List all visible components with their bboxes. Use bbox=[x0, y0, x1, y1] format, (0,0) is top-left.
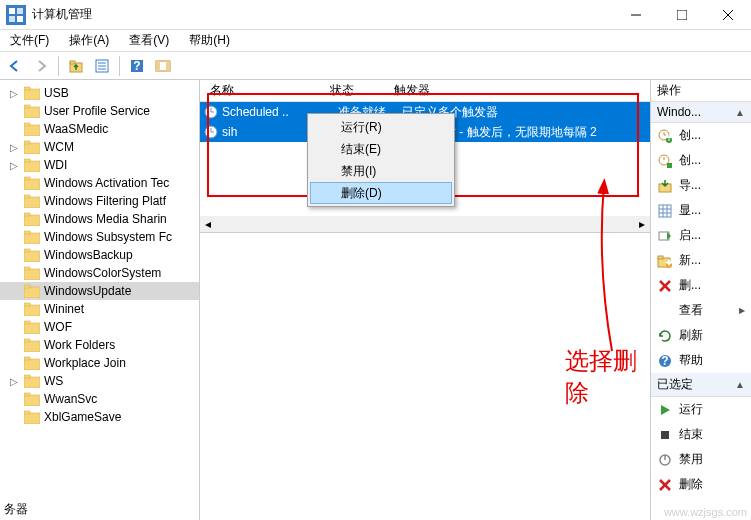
action-item[interactable]: 查看▶ bbox=[651, 298, 751, 323]
tree-item[interactable]: User Profile Service bbox=[0, 102, 199, 120]
folder-icon bbox=[24, 410, 40, 424]
actions-section-header[interactable]: Windo... ▲ bbox=[651, 102, 751, 123]
svg-rect-73 bbox=[659, 205, 671, 217]
tree-item-label: Workplace Join bbox=[44, 356, 126, 370]
svg-rect-57 bbox=[24, 411, 30, 414]
tree-item[interactable]: WindowsBackup bbox=[0, 246, 199, 264]
context-menu-delete[interactable]: 删除(D) bbox=[310, 182, 452, 204]
properties-button[interactable] bbox=[91, 55, 113, 77]
action-item[interactable]: 禁用 bbox=[651, 447, 751, 472]
tree-item-label: WwanSvc bbox=[44, 392, 97, 406]
tree-item-label: Work Folders bbox=[44, 338, 115, 352]
minimize-button[interactable] bbox=[613, 0, 659, 30]
expand-icon[interactable]: ▷ bbox=[8, 142, 20, 153]
up-button[interactable] bbox=[65, 55, 87, 77]
maximize-button[interactable] bbox=[659, 0, 705, 30]
tree-item[interactable]: WwanSvc bbox=[0, 390, 199, 408]
column-status[interactable]: 状态 bbox=[324, 82, 388, 99]
svg-rect-3 bbox=[9, 16, 15, 22]
svg-rect-41 bbox=[24, 267, 30, 270]
tree-item[interactable]: Work Folders bbox=[0, 336, 199, 354]
tree-item[interactable]: Windows Activation Tec bbox=[0, 174, 199, 192]
action-item[interactable]: 创... bbox=[651, 148, 751, 173]
action-item[interactable]: 删除 bbox=[651, 472, 751, 497]
folder-icon bbox=[24, 194, 40, 208]
action-item[interactable]: 启... bbox=[651, 223, 751, 248]
tree-item[interactable]: Workplace Join bbox=[0, 354, 199, 372]
tree-item-label: XblGameSave bbox=[44, 410, 121, 424]
action-item[interactable]: ?帮助 bbox=[651, 348, 751, 373]
tree-item[interactable]: WaaSMedic bbox=[0, 120, 199, 138]
menu-action[interactable]: 操作(A) bbox=[65, 30, 113, 51]
action-item-label: 查看 bbox=[679, 302, 703, 319]
clock-icon bbox=[204, 105, 218, 119]
action-item[interactable]: +创... bbox=[651, 123, 751, 148]
tree-item[interactable]: Windows Media Sharin bbox=[0, 210, 199, 228]
svg-rect-49 bbox=[24, 339, 30, 342]
folder-icon bbox=[24, 374, 40, 388]
context-menu: 运行(R) 结束(E) 禁用(I) 删除(D) bbox=[307, 113, 455, 207]
folder-icon bbox=[24, 212, 40, 226]
forward-button[interactable] bbox=[30, 55, 52, 77]
tree-item[interactable]: WOF bbox=[0, 318, 199, 336]
tree-item[interactable]: XblGameSave bbox=[0, 408, 199, 426]
expand-icon[interactable]: ▷ bbox=[8, 376, 20, 387]
folder-tree[interactable]: ▷USBUser Profile ServiceWaaSMedic▷WCM▷WD… bbox=[0, 80, 200, 520]
folder-icon bbox=[24, 266, 40, 280]
tree-item[interactable]: WindowsColorSystem bbox=[0, 264, 199, 282]
folder-icon bbox=[24, 122, 40, 136]
action-item[interactable]: 结束 bbox=[651, 422, 751, 447]
svg-rect-23 bbox=[24, 105, 30, 108]
expand-icon[interactable]: ▷ bbox=[8, 88, 20, 99]
tree-item[interactable]: Wininet bbox=[0, 300, 199, 318]
toolbar-separator bbox=[119, 56, 120, 76]
svg-rect-18 bbox=[156, 61, 160, 71]
close-button[interactable] bbox=[705, 0, 751, 30]
action-item[interactable]: 导... bbox=[651, 173, 751, 198]
folder-icon bbox=[24, 230, 40, 244]
action-item[interactable]: 刷新 bbox=[651, 323, 751, 348]
import-icon bbox=[657, 178, 673, 194]
tree-item-label: WindowsBackup bbox=[44, 248, 133, 262]
action-item[interactable]: 删... bbox=[651, 273, 751, 298]
help-button[interactable]: ? bbox=[126, 55, 148, 77]
column-name[interactable]: 名称 bbox=[204, 82, 324, 99]
back-button[interactable] bbox=[4, 55, 26, 77]
expand-icon[interactable]: ▷ bbox=[8, 160, 20, 171]
folder-icon bbox=[24, 320, 40, 334]
menu-help[interactable]: 帮助(H) bbox=[185, 30, 234, 51]
svg-rect-55 bbox=[24, 393, 30, 396]
folder-icon bbox=[24, 284, 40, 298]
scroll-left-icon[interactable]: ◂ bbox=[200, 216, 216, 232]
menu-view[interactable]: 查看(V) bbox=[125, 30, 173, 51]
folder-icon bbox=[24, 356, 40, 370]
context-menu-disable[interactable]: 禁用(I) bbox=[310, 160, 452, 182]
tree-item[interactable]: ▷WCM bbox=[0, 138, 199, 156]
pane-button[interactable] bbox=[152, 55, 174, 77]
folder-icon bbox=[24, 302, 40, 316]
folder-icon bbox=[24, 248, 40, 262]
actions-section-header[interactable]: 已选定 ▲ bbox=[651, 373, 751, 397]
action-item-label: 运行 bbox=[679, 401, 703, 418]
action-item[interactable]: 显... bbox=[651, 198, 751, 223]
tree-item[interactable]: ▷WDI bbox=[0, 156, 199, 174]
column-trigger[interactable]: 触发器 bbox=[388, 82, 650, 99]
scroll-track[interactable] bbox=[216, 216, 634, 232]
action-item[interactable]: 运行 bbox=[651, 397, 751, 422]
action-item-label: 删... bbox=[679, 277, 701, 294]
menu-file[interactable]: 文件(F) bbox=[6, 30, 53, 51]
svg-rect-53 bbox=[24, 375, 30, 378]
context-menu-end[interactable]: 结束(E) bbox=[310, 138, 452, 160]
context-menu-run[interactable]: 运行(R) bbox=[310, 116, 452, 138]
tree-item[interactable]: ▷USB bbox=[0, 84, 199, 102]
tree-item[interactable]: Windows Subsystem Fc bbox=[0, 228, 199, 246]
horizontal-scrollbar[interactable]: ◂ ▸ bbox=[200, 216, 650, 232]
tree-item[interactable]: ▷WS bbox=[0, 372, 199, 390]
tree-item[interactable]: Windows Filtering Platf bbox=[0, 192, 199, 210]
content-pane: 选择删除 名称 状态 触发器 Scheduled .. 准备就绪 已定义多个触发… bbox=[200, 80, 651, 520]
tree-item-label: WDI bbox=[44, 158, 67, 172]
tree-item[interactable]: WindowsUpdate bbox=[0, 282, 199, 300]
svg-rect-30 bbox=[24, 179, 40, 190]
action-item[interactable]: ✦新... bbox=[651, 248, 751, 273]
scroll-right-icon[interactable]: ▸ bbox=[634, 216, 650, 232]
